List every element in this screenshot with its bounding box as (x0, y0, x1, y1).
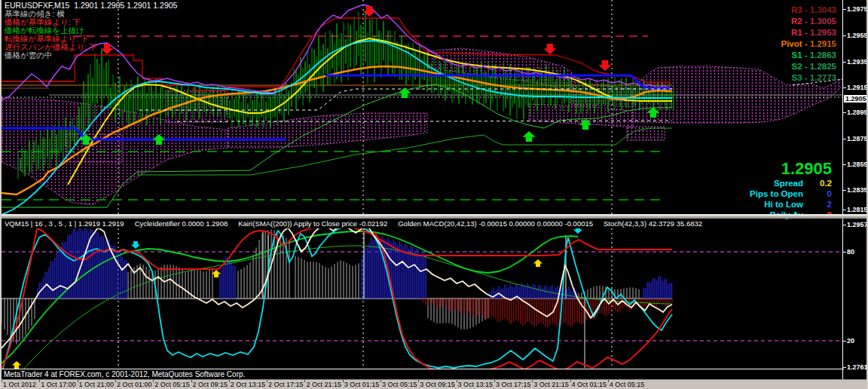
pivot-level-row: S3 - 1.2773 (781, 72, 836, 84)
price-scale-label: 1.2955 (847, 32, 868, 39)
chart-header-overlay: EURUSDFXF,M15 1.2901 1.2905 1.2901 1.290… (5, 2, 177, 60)
up-arrow-signal (522, 131, 535, 142)
pivot-level-row: R1 - 1.2953 (781, 27, 836, 38)
current-price-label: 1.2905 (750, 160, 832, 178)
price-scale-label: 80 (847, 248, 854, 256)
price-scale-label: 20 (847, 337, 854, 345)
copyright-status-line: MetaTrader 4 at FOREX.com, c 2001-2012, … (4, 370, 245, 378)
price-info-panel: 1.2905 Spread0.2Pips to Open0Hi to Low2D… (750, 160, 832, 220)
indicator-values-segment: VQM15 | 16 , 3 , 5 , 1 | 1.2919 1.2919 (5, 219, 124, 228)
price-scale-label: 1.2975 (847, 5, 868, 13)
time-axis-label: 1 Oct 17:00 (41, 381, 76, 388)
pivot-level-row: S2 - 1.2825 (781, 61, 836, 72)
price-scale[interactable]: 1.29751.29551.29351.29151.28951.28751.28… (842, 0, 868, 379)
time-axis-label: 2 Oct 05:15 (154, 381, 190, 388)
indicator-values-segment: CycleIdentifier 0.0000 1.2908 (135, 219, 228, 228)
price-scale-label: 1.2935 (847, 58, 868, 66)
price-scale-label: 1.2895 (847, 109, 868, 116)
down-arrow-signal (131, 241, 140, 249)
price-scale-label: 1.2855 (847, 161, 868, 168)
red-histogram (419, 299, 672, 327)
up-arrow-signal (12, 361, 21, 369)
chart-bottom-border (2, 369, 844, 369)
indicator-values-bar: VQM15 | 16 , 3 , 5 , 1 | 1.2919 1.2919Cy… (5, 219, 841, 228)
time-axis-label: 3 Oct 09:15 (420, 381, 455, 388)
ichimoku-status-line: 価格が雲の中 (5, 51, 177, 60)
price-scale-label: 1.2915 (847, 84, 868, 91)
indicator-values-segment: Golden MACD(20,42,13) -0.00015 0.00000 0… (398, 219, 593, 228)
time-axis-label: 3 Oct 01:15 (344, 381, 380, 388)
pivot-level-row: R2 - 1.3005 (781, 16, 836, 27)
down-arrow-signal (598, 60, 611, 71)
time-axis[interactable]: 1 Oct 20121 Oct 17:001 Oct 21:002 Oct 01… (2, 379, 868, 389)
down-arrow-signal (573, 228, 582, 234)
down-arrow-signal (362, 6, 375, 17)
time-axis-label: 1 Oct 21:00 (79, 381, 115, 388)
current-price-scale-box: 1.2905 (844, 95, 868, 103)
ichimoku-status-lines: 基準線の傾き: 横価格が基準線より: 下価格が転換線を上抜け転換線が基準線より:… (5, 10, 177, 60)
price-scale-label: 1.2835 (847, 186, 868, 194)
lower-indicator-chart[interactable] (2, 228, 844, 369)
down-arrow-signal (543, 44, 556, 54)
pivot-level-row: S1 - 1.2863 (781, 50, 836, 61)
time-axis-label: 4 Oct 01:15 (572, 381, 607, 388)
gray-histogram (2, 230, 639, 345)
info-row: Spread0.2 (750, 178, 832, 188)
price-scale-label: 1.2761 (847, 363, 868, 371)
price-scale-label: 1.2815 (847, 206, 868, 213)
time-axis-label: 4 Oct 05:15 (610, 381, 645, 388)
time-axis-label: 2 Oct 09:15 (193, 381, 228, 388)
mt4-chart-window: EURUSDFXF,M15 1.2901 1.2905 1.2901 1.290… (0, 0, 868, 389)
time-axis-label: 2 Oct 17:15 (268, 381, 304, 388)
info-row: Pips to Open0 (750, 188, 832, 199)
up-arrow-signal (533, 259, 542, 267)
price-scale-label: 1.2957 (847, 221, 868, 228)
pivot-levels-panel: R3 - 1.3043R2 - 1.3005R1 - 1.2953Pivot -… (781, 5, 836, 84)
time-axis-label: 2 Oct 13:15 (231, 381, 266, 388)
info-row: Hi to Low2 (750, 199, 832, 210)
time-axis-label: 3 Oct 21:15 (533, 381, 569, 388)
time-axis-label: 2 Oct 21:15 (306, 381, 341, 388)
indicator-values-segment: Kairi(SMA((200)) Apply to Close price -0… (238, 219, 387, 228)
cloud-region (228, 113, 427, 148)
pivot-level-row: Pivot - 1.2915 (781, 38, 836, 50)
time-axis-label: 3 Oct 05:15 (382, 381, 417, 388)
time-axis-label: 2 Oct 01:00 (117, 381, 152, 388)
panel-splitter[interactable] (2, 214, 868, 219)
time-axis-label: 3 Oct 13:15 (458, 381, 494, 388)
time-axis-label: 3 Oct 17:15 (496, 381, 531, 388)
pivot-level-row: R3 - 1.3043 (781, 5, 836, 16)
indicator-values-segment: Stoch(42,3,3) 42.3729 35.6832 (604, 219, 702, 228)
price-scale-label: 1.2875 (847, 135, 868, 142)
time-axis-label: 1 Oct 2012 (3, 381, 36, 388)
